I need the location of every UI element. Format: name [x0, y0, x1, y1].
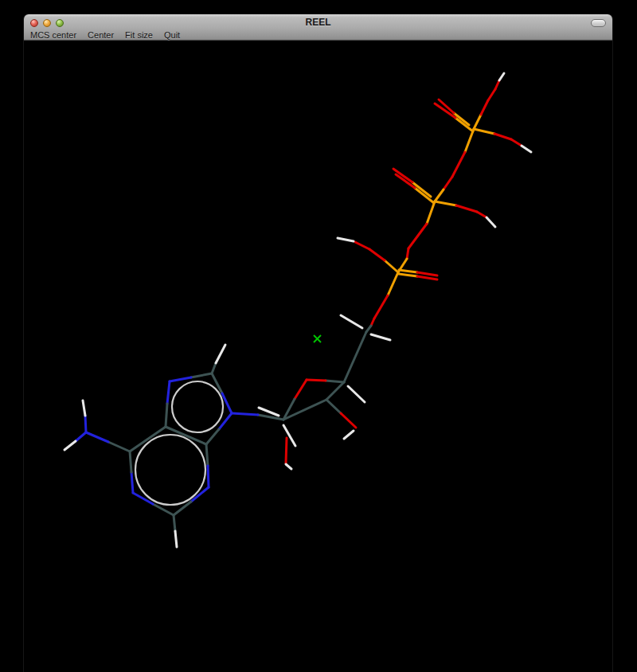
bond-segment: [481, 100, 488, 115]
bond-segment: [191, 373, 212, 377]
bond-segment: [474, 115, 481, 129]
bond-segment: [206, 429, 219, 444]
toolbar-toggle-button[interactable]: [591, 19, 606, 27]
bond-segment: [444, 177, 452, 189]
menu-item-mcs-center[interactable]: MCS center: [30, 30, 76, 40]
bond-segment: [76, 432, 86, 441]
traffic-lights: [30, 19, 64, 27]
bond-segment: [399, 270, 417, 272]
bond-segment: [348, 386, 365, 402]
app-window: REEL MCS center Center Fit size Quit: [24, 14, 612, 672]
bond-segment: [407, 248, 408, 259]
bond-segment: [326, 400, 341, 413]
bond-segment: [355, 242, 369, 249]
bond-segment: [341, 315, 362, 328]
bond-segment: [371, 334, 390, 340]
bond-segment: [295, 380, 307, 399]
bond-segment: [212, 363, 216, 373]
bond-segment: [474, 129, 494, 134]
menu-item-quit[interactable]: Quit: [164, 30, 180, 40]
bond-segment: [166, 404, 167, 427]
bond-segment: [108, 442, 130, 451]
bond-segment: [130, 427, 166, 451]
bond-segment: [153, 504, 174, 515]
bond-segment: [369, 249, 385, 260]
bond-segment: [435, 189, 444, 201]
bond-segment: [385, 260, 398, 272]
bond-segment: [435, 201, 456, 205]
bond-segment: [175, 531, 177, 547]
molecule-svg: [24, 41, 612, 672]
bond-segment: [452, 152, 465, 177]
bond-segment: [417, 276, 437, 279]
bond-segment: [64, 441, 76, 450]
bond-segment: [283, 425, 295, 446]
aromatic-ring-circle: [172, 381, 223, 432]
bond-segment: [427, 201, 435, 224]
bond-segment: [399, 274, 417, 276]
window-header: REEL MCS center Center Fit size Quit: [24, 14, 612, 41]
bond-segment: [86, 432, 108, 442]
aromatic-ring-circle: [135, 435, 205, 505]
bond-segment: [286, 438, 287, 463]
bond-segment: [131, 472, 133, 493]
zoom-button[interactable]: [56, 19, 64, 27]
bond-segment: [488, 89, 495, 100]
bond-segment: [232, 413, 258, 415]
bond-segment: [388, 272, 398, 295]
molecule-canvas[interactable]: [24, 41, 612, 672]
bond-segment: [216, 345, 225, 363]
close-button[interactable]: [30, 19, 38, 27]
bond-segment: [326, 381, 344, 382]
bond-segment: [499, 73, 504, 80]
bond-segment: [338, 238, 354, 241]
bond-segment: [208, 466, 209, 487]
bond-segment: [344, 431, 354, 439]
bond-segment: [456, 205, 477, 212]
minimize-button[interactable]: [43, 19, 51, 27]
bond-segment: [170, 377, 191, 381]
bond-segment: [374, 295, 388, 318]
window-title: REEL: [24, 14, 612, 29]
bond-segment: [522, 146, 531, 152]
bond-segment: [344, 332, 366, 382]
menu-item-center[interactable]: Center: [88, 30, 114, 40]
bond-segment: [286, 464, 291, 469]
bond-segment: [85, 416, 86, 432]
bond-segment: [174, 515, 175, 531]
bond-segment: [511, 139, 522, 146]
bond-segment: [417, 272, 437, 275]
bond-segment: [167, 381, 170, 404]
menubar: MCS center Center Fit size Quit: [24, 29, 612, 41]
titlebar[interactable]: REEL: [24, 14, 612, 29]
bond-segment: [307, 380, 326, 381]
bond-segment: [130, 451, 131, 472]
bond-segment: [408, 224, 427, 248]
bond-segment: [477, 212, 487, 217]
bond-segment: [341, 413, 356, 428]
bond-segment: [465, 129, 474, 152]
bond-segment: [206, 444, 208, 466]
menu-item-fit-size[interactable]: Fit size: [125, 30, 153, 40]
bond-segment: [83, 400, 85, 416]
bond-segment: [495, 80, 499, 89]
bond-segment: [494, 134, 511, 139]
desktop-background: { "window": { "title": "REEL", "menu": {…: [0, 0, 637, 672]
bond-segment: [326, 382, 344, 400]
bond-segment: [487, 217, 495, 227]
